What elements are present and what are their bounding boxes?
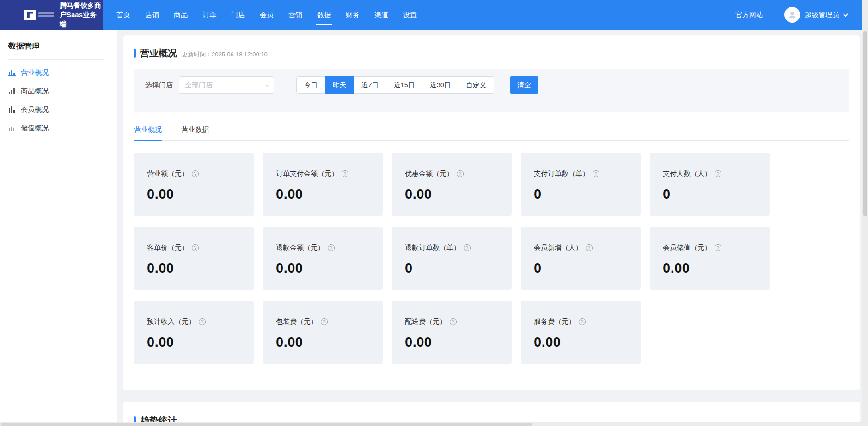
- help-icon[interactable]: ?: [579, 318, 586, 325]
- stat-label: 预计收入（元）: [147, 317, 196, 326]
- vertical-scrollbar[interactable]: [862, 0, 868, 426]
- help-icon[interactable]: ?: [593, 170, 599, 177]
- horizontal-scrollbar-thumb[interactable]: [1, 423, 532, 426]
- stat-value: 0.00: [147, 261, 241, 276]
- sidebar-item-label: 储值概况: [21, 124, 49, 133]
- sidebar-item-member-overview[interactable]: 会员概况: [0, 100, 117, 119]
- user-avatar[interactable]: [784, 7, 800, 23]
- stat-card-paying-customers: 支付人数（人）? 0: [650, 153, 770, 216]
- vertical-scrollbar-thumb[interactable]: [863, 31, 867, 216]
- app-title: 腾马餐饮多商户Saas业务端: [60, 1, 103, 29]
- date-range-15days[interactable]: 近15日: [386, 76, 422, 94]
- help-icon[interactable]: ?: [199, 318, 206, 325]
- sidebar-item-goods-overview[interactable]: 商品概况: [0, 82, 117, 100]
- nav-item-settings[interactable]: 设置: [396, 0, 424, 30]
- stat-label: 会员储值（元）: [663, 243, 711, 252]
- stat-card-refund-amount: 退款金额（元）? 0.00: [263, 227, 383, 290]
- sidebar-item-label: 会员概况: [21, 105, 49, 114]
- stat-card-paid-orders: 支付订单数（单）? 0: [521, 153, 641, 216]
- date-range-custom[interactable]: 自定义: [458, 76, 494, 94]
- date-range-today[interactable]: 今日: [296, 76, 325, 94]
- date-range-yesterday[interactable]: 昨天: [325, 76, 354, 94]
- date-range-30days[interactable]: 近30日: [422, 76, 458, 94]
- sidebar-item-stored-value-overview[interactable]: 储值概况: [0, 119, 117, 137]
- stat-card-avg-order-value: 客单价（元）? 0.00: [134, 227, 254, 290]
- stat-value: 0.00: [276, 187, 370, 202]
- person-icon: [788, 10, 797, 19]
- nav-item-stores[interactable]: 门店: [224, 0, 252, 30]
- help-icon[interactable]: ?: [450, 318, 457, 325]
- store-select-label: 选择门店: [145, 81, 173, 90]
- sidebar-title: 数据管理: [0, 30, 117, 59]
- help-icon[interactable]: ?: [715, 170, 721, 177]
- stat-label: 客单价（元）: [147, 243, 189, 252]
- bar-chart-icon: [8, 106, 16, 113]
- help-icon[interactable]: ?: [192, 244, 199, 251]
- accent-bar: [134, 49, 136, 58]
- stat-card-delivery-fee: 配送费（元）? 0.00: [392, 301, 512, 364]
- bar-chart-icon: [8, 124, 16, 132]
- stat-card-revenue: 营业额（元）? 0.00: [134, 153, 254, 216]
- help-icon[interactable]: ?: [715, 244, 721, 251]
- stat-value: 0.00: [147, 187, 241, 202]
- bar-chart-icon: [8, 87, 16, 95]
- help-icon[interactable]: ?: [586, 244, 593, 251]
- updated-time: 更新时间：2025-06-18 12:00:10: [182, 50, 268, 59]
- nav-item-data[interactable]: 数据: [310, 0, 338, 30]
- stat-card-estimated-income: 预计收入（元）? 0.00: [134, 301, 254, 364]
- stat-label: 营业额（元）: [147, 170, 189, 178]
- date-range-7days[interactable]: 近7日: [354, 76, 386, 94]
- stat-value: 0.00: [405, 187, 499, 202]
- stats-grid: 营业额（元）? 0.00 订单支付金额（元）? 0.00 优惠金额（元）? 0.…: [134, 153, 849, 364]
- sidebar: 数据管理 营业概况 商品概况 会员概况 储值概况: [0, 30, 117, 422]
- stat-value: 0.00: [405, 335, 499, 350]
- stat-label: 优惠金额（元）: [405, 170, 453, 178]
- section-header: 营业概况 更新时间：2025-06-18 12:00:10: [134, 47, 849, 60]
- app-logo: 腾马餐饮多商户Saas业务端: [0, 0, 103, 30]
- stat-label: 订单支付金额（元）: [276, 170, 338, 178]
- page-title: 营业概况: [140, 47, 177, 60]
- sidebar-item-label: 商品概况: [21, 87, 49, 96]
- nav-item-channels[interactable]: 渠道: [367, 0, 396, 30]
- navbar-right: 官方网站 超级管理员: [735, 7, 862, 23]
- overview-tabs: 营业概况 营业数据: [134, 125, 849, 141]
- horizontal-scrollbar[interactable]: [0, 422, 862, 426]
- stat-value: 0: [534, 261, 628, 276]
- logo-minitext: [38, 12, 54, 18]
- nav-menu: 首页 店铺 商品 订单 门店 会员 营销 数据 财务 渠道 设置: [109, 0, 424, 30]
- store-select[interactable]: 全部门店: [179, 76, 274, 94]
- nav-item-marketing[interactable]: 营销: [281, 0, 310, 30]
- stat-card-discount-amount: 优惠金额（元）? 0.00: [392, 153, 512, 216]
- updated-value: 2025-06-18 12:00:10: [212, 51, 268, 58]
- nav-item-finance[interactable]: 财务: [338, 0, 367, 30]
- sidebar-item-business-overview[interactable]: 营业概况: [0, 63, 117, 82]
- nav-item-home[interactable]: 首页: [109, 0, 138, 30]
- nav-item-shop[interactable]: 店铺: [138, 0, 166, 30]
- official-site-link[interactable]: 官方网站: [735, 11, 763, 19]
- help-icon[interactable]: ?: [457, 170, 464, 177]
- help-icon[interactable]: ?: [192, 170, 199, 177]
- help-icon[interactable]: ?: [464, 244, 471, 251]
- stat-value: 0.00: [276, 261, 370, 276]
- user-name[interactable]: 超级管理员: [805, 11, 839, 19]
- stat-label: 配送费（元）: [405, 317, 446, 326]
- sidebar-divider: [8, 59, 104, 60]
- nav-item-orders[interactable]: 订单: [195, 0, 224, 30]
- nav-item-members[interactable]: 会员: [252, 0, 281, 30]
- updated-label: 更新时间：: [182, 51, 212, 58]
- chevron-down-icon[interactable]: [843, 12, 848, 17]
- stat-label: 退款金额（元）: [276, 243, 324, 252]
- help-icon[interactable]: ?: [328, 244, 335, 251]
- stat-label: 支付人数（人）: [663, 170, 711, 178]
- nav-item-goods[interactable]: 商品: [166, 0, 195, 30]
- stat-card-refund-orders: 退款订单数（单）? 0: [392, 227, 512, 290]
- stat-label: 服务费（元）: [534, 317, 575, 326]
- help-icon[interactable]: ?: [342, 170, 348, 177]
- tab-business-overview[interactable]: 营业概况: [134, 125, 162, 140]
- store-select-placeholder: 全部门店: [185, 81, 265, 90]
- help-icon[interactable]: ?: [321, 318, 328, 325]
- clear-button[interactable]: 清空: [510, 76, 538, 94]
- tab-business-data[interactable]: 营业数据: [181, 125, 209, 140]
- stat-card-order-paid-amount: 订单支付金额（元）? 0.00: [263, 153, 383, 216]
- stat-value: 0: [405, 261, 499, 276]
